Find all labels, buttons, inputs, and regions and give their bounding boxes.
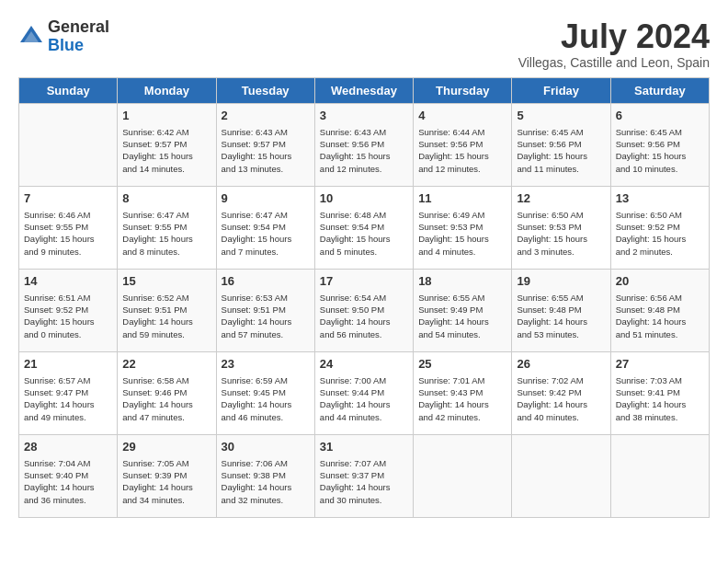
- cell-details: Sunrise: 6:48 AMSunset: 9:54 PMDaylight:…: [320, 209, 408, 258]
- cell-details: Sunrise: 7:04 AMSunset: 9:40 PMDaylight:…: [24, 457, 112, 506]
- day-number: 15: [122, 273, 210, 290]
- header-friday: Friday: [512, 77, 610, 103]
- calendar-week-row: 28Sunrise: 7:04 AMSunset: 9:40 PMDayligh…: [19, 434, 710, 517]
- calendar-cell: 8Sunrise: 6:47 AMSunset: 9:55 PMDaylight…: [118, 186, 216, 269]
- cell-details: Sunrise: 7:00 AMSunset: 9:44 PMDaylight:…: [320, 374, 408, 423]
- logo-blue: Blue: [48, 37, 109, 55]
- day-number: 8: [122, 190, 210, 207]
- calendar-week-row: 7Sunrise: 6:46 AMSunset: 9:55 PMDaylight…: [19, 186, 710, 269]
- cell-details: Sunrise: 6:49 AMSunset: 9:53 PMDaylight:…: [418, 209, 506, 258]
- cell-details: Sunrise: 6:55 AMSunset: 9:48 PMDaylight:…: [517, 292, 605, 340]
- day-number: 31: [320, 439, 408, 455]
- day-number: 18: [418, 273, 506, 290]
- day-number: 6: [616, 108, 704, 124]
- cell-details: Sunrise: 6:47 AMSunset: 9:54 PMDaylight:…: [222, 209, 310, 258]
- cell-details: Sunrise: 6:56 AMSunset: 9:48 PMDaylight:…: [616, 292, 704, 340]
- calendar-cell: 28Sunrise: 7:04 AMSunset: 9:40 PMDayligh…: [19, 434, 118, 517]
- header-thursday: Thursday: [414, 77, 512, 103]
- calendar-cell: 23Sunrise: 6:59 AMSunset: 9:45 PMDayligh…: [216, 351, 314, 434]
- calendar-cell: 24Sunrise: 7:00 AMSunset: 9:44 PMDayligh…: [314, 351, 413, 434]
- day-number: 17: [320, 273, 408, 290]
- calendar-cell: 7Sunrise: 6:46 AMSunset: 9:55 PMDaylight…: [19, 186, 118, 269]
- calendar-cell: 27Sunrise: 7:03 AMSunset: 9:41 PMDayligh…: [610, 351, 709, 434]
- calendar-cell: 6Sunrise: 6:45 AMSunset: 9:56 PMDaylight…: [610, 103, 709, 186]
- calendar-cell: [610, 434, 709, 517]
- calendar-cell: [414, 434, 512, 517]
- calendar-cell: 9Sunrise: 6:47 AMSunset: 9:54 PMDaylight…: [216, 186, 314, 269]
- day-number: 20: [616, 273, 704, 290]
- calendar-table: SundayMondayTuesdayWednesdayThursdayFrid…: [18, 77, 710, 518]
- day-number: 12: [517, 190, 605, 207]
- month-year-title: July 2024: [518, 18, 710, 55]
- calendar-cell: 18Sunrise: 6:55 AMSunset: 9:49 PMDayligh…: [414, 269, 512, 351]
- day-number: 7: [24, 190, 112, 207]
- day-number: 28: [24, 439, 112, 455]
- day-number: 24: [320, 356, 408, 373]
- calendar-cell: 31Sunrise: 7:07 AMSunset: 9:37 PMDayligh…: [314, 434, 413, 517]
- calendar-cell: 15Sunrise: 6:52 AMSunset: 9:51 PMDayligh…: [118, 269, 216, 351]
- calendar-cell: 26Sunrise: 7:02 AMSunset: 9:42 PMDayligh…: [512, 351, 610, 434]
- cell-details: Sunrise: 7:02 AMSunset: 9:42 PMDaylight:…: [517, 374, 605, 423]
- header-monday: Monday: [118, 77, 216, 103]
- cell-details: Sunrise: 6:47 AMSunset: 9:55 PMDaylight:…: [122, 209, 210, 258]
- calendar-cell: 30Sunrise: 7:06 AMSunset: 9:38 PMDayligh…: [216, 434, 314, 517]
- cell-details: Sunrise: 7:05 AMSunset: 9:39 PMDaylight:…: [122, 457, 210, 506]
- cell-details: Sunrise: 6:53 AMSunset: 9:51 PMDaylight:…: [222, 292, 310, 340]
- calendar-week-row: 1Sunrise: 6:42 AMSunset: 9:57 PMDaylight…: [19, 103, 710, 186]
- day-number: 1: [122, 108, 210, 124]
- day-number: 27: [616, 356, 704, 373]
- day-number: 13: [616, 190, 704, 207]
- day-number: 2: [222, 108, 310, 124]
- day-number: 16: [222, 273, 310, 290]
- calendar-cell: 29Sunrise: 7:05 AMSunset: 9:39 PMDayligh…: [118, 434, 216, 517]
- cell-details: Sunrise: 6:52 AMSunset: 9:51 PMDaylight:…: [122, 292, 210, 340]
- day-number: 21: [24, 356, 112, 373]
- calendar-cell: 25Sunrise: 7:01 AMSunset: 9:43 PMDayligh…: [414, 351, 512, 434]
- cell-details: Sunrise: 6:57 AMSunset: 9:47 PMDaylight:…: [24, 374, 112, 423]
- header-tuesday: Tuesday: [216, 77, 314, 103]
- calendar-cell: 19Sunrise: 6:55 AMSunset: 9:48 PMDayligh…: [512, 269, 610, 351]
- location-subtitle: Villegas, Castille and Leon, Spain: [518, 55, 710, 70]
- calendar-week-row: 14Sunrise: 6:51 AMSunset: 9:52 PMDayligh…: [19, 269, 710, 351]
- cell-details: Sunrise: 6:45 AMSunset: 9:56 PMDaylight:…: [616, 126, 704, 175]
- calendar-cell: 20Sunrise: 6:56 AMSunset: 9:48 PMDayligh…: [610, 269, 709, 351]
- day-number: 11: [418, 190, 506, 207]
- logo: General Blue: [18, 18, 109, 55]
- cell-details: Sunrise: 6:58 AMSunset: 9:46 PMDaylight:…: [122, 374, 210, 423]
- calendar-cell: 13Sunrise: 6:50 AMSunset: 9:52 PMDayligh…: [610, 186, 709, 269]
- calendar-cell: 1Sunrise: 6:42 AMSunset: 9:57 PMDaylight…: [118, 103, 216, 186]
- day-number: 26: [517, 356, 605, 373]
- cell-details: Sunrise: 6:59 AMSunset: 9:45 PMDaylight:…: [222, 374, 310, 423]
- calendar-cell: 11Sunrise: 6:49 AMSunset: 9:53 PMDayligh…: [414, 186, 512, 269]
- day-number: 9: [222, 190, 310, 207]
- title-block: July 2024 Villegas, Castille and Leon, S…: [518, 18, 710, 70]
- calendar-cell: 17Sunrise: 6:54 AMSunset: 9:50 PMDayligh…: [314, 269, 413, 351]
- cell-details: Sunrise: 6:44 AMSunset: 9:56 PMDaylight:…: [418, 126, 506, 175]
- cell-details: Sunrise: 6:46 AMSunset: 9:55 PMDaylight:…: [24, 209, 112, 258]
- day-number: 29: [122, 439, 210, 455]
- calendar-cell: [512, 434, 610, 517]
- calendar-cell: 3Sunrise: 6:43 AMSunset: 9:56 PMDaylight…: [314, 103, 413, 186]
- day-number: 14: [24, 273, 112, 290]
- day-number: 10: [320, 190, 408, 207]
- cell-details: Sunrise: 6:50 AMSunset: 9:53 PMDaylight:…: [517, 209, 605, 258]
- calendar-cell: 22Sunrise: 6:58 AMSunset: 9:46 PMDayligh…: [118, 351, 216, 434]
- cell-details: Sunrise: 6:45 AMSunset: 9:56 PMDaylight:…: [517, 126, 605, 175]
- logo-general: General: [48, 18, 109, 37]
- calendar-cell: 16Sunrise: 6:53 AMSunset: 9:51 PMDayligh…: [216, 269, 314, 351]
- page-header: General Blue July 2024 Villegas, Castill…: [18, 18, 710, 70]
- logo-text: General Blue: [48, 18, 109, 55]
- day-number: 25: [418, 356, 506, 373]
- calendar-cell: 10Sunrise: 6:48 AMSunset: 9:54 PMDayligh…: [314, 186, 413, 269]
- cell-details: Sunrise: 6:43 AMSunset: 9:57 PMDaylight:…: [222, 126, 310, 175]
- day-number: 3: [320, 108, 408, 124]
- cell-details: Sunrise: 6:55 AMSunset: 9:49 PMDaylight:…: [418, 292, 506, 340]
- cell-details: Sunrise: 6:42 AMSunset: 9:57 PMDaylight:…: [122, 126, 210, 175]
- calendar-cell: 2Sunrise: 6:43 AMSunset: 9:57 PMDaylight…: [216, 103, 314, 186]
- cell-details: Sunrise: 7:01 AMSunset: 9:43 PMDaylight:…: [418, 374, 506, 423]
- calendar-cell: 4Sunrise: 6:44 AMSunset: 9:56 PMDaylight…: [414, 103, 512, 186]
- day-number: 22: [122, 356, 210, 373]
- header-saturday: Saturday: [610, 77, 709, 103]
- day-number: 23: [222, 356, 310, 373]
- calendar-cell: [19, 103, 118, 186]
